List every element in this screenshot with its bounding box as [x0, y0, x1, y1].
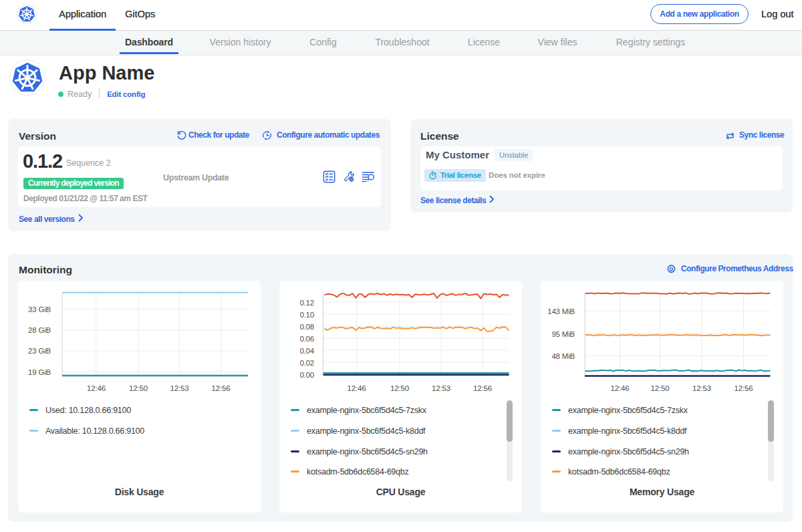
svg-text:0.12: 0.12	[299, 299, 314, 307]
svg-text:12:46: 12:46	[348, 384, 366, 392]
svg-text:12:50: 12:50	[651, 384, 670, 392]
svg-text:12:53: 12:53	[692, 384, 711, 392]
svg-text:12:56: 12:56	[734, 384, 753, 392]
svg-text:143 MiB: 143 MiB	[547, 307, 575, 315]
svg-text:48 MiB: 48 MiB	[551, 352, 575, 360]
svg-text:28 GiB: 28 GiB	[28, 326, 51, 334]
svg-text:12:46: 12:46	[611, 384, 630, 392]
svg-text:95 MiB: 95 MiB	[551, 330, 575, 338]
svg-text:12:56: 12:56	[473, 384, 492, 392]
svg-text:12:50: 12:50	[390, 384, 409, 392]
svg-text:0.02: 0.02	[299, 359, 314, 367]
svg-text:12:46: 12:46	[87, 384, 106, 392]
svg-text:12:53: 12:53	[170, 384, 189, 392]
svg-text:0.06: 0.06	[299, 335, 314, 343]
svg-text:12:50: 12:50	[129, 384, 148, 392]
svg-text:23 GiB: 23 GiB	[28, 347, 51, 355]
svg-text:0.10: 0.10	[299, 311, 314, 319]
svg-text:19 GiB: 19 GiB	[28, 368, 51, 376]
svg-text:12:53: 12:53	[432, 384, 450, 392]
svg-text:0.00: 0.00	[299, 371, 314, 379]
svg-text:0.04: 0.04	[299, 347, 314, 355]
svg-text:33 GiB: 33 GiB	[28, 305, 51, 313]
svg-text:0.08: 0.08	[299, 323, 314, 331]
svg-text:12:56: 12:56	[212, 384, 231, 392]
